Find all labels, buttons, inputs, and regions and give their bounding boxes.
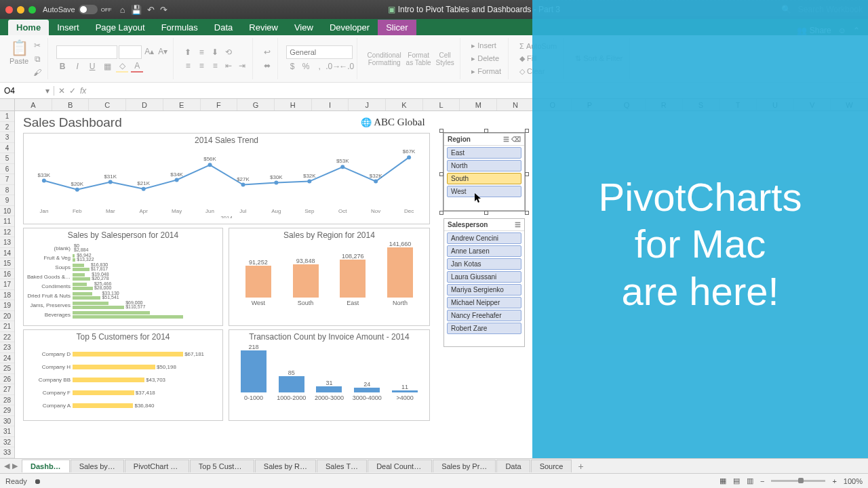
column-header[interactable]: L xyxy=(423,99,460,110)
slicer-item[interactable]: Michael Neipper xyxy=(447,297,521,308)
sheet-tab[interactable]: Sales by R… xyxy=(255,460,316,472)
comma-icon[interactable]: , xyxy=(313,60,326,73)
row-header[interactable]: 29 xyxy=(0,405,14,416)
slicer-item[interactable]: East xyxy=(447,147,521,159)
bold-icon[interactable]: B xyxy=(56,60,68,73)
column-header[interactable]: N xyxy=(497,99,534,110)
sheet-tab[interactable]: Sales by… xyxy=(71,460,124,472)
row-header[interactable]: 17 xyxy=(0,279,14,290)
row-header[interactable]: 6 xyxy=(0,164,14,175)
row-header[interactable]: 12 xyxy=(0,227,14,238)
row-header[interactable]: 33 xyxy=(0,447,14,458)
column-header[interactable]: D xyxy=(126,99,163,110)
row-header[interactable]: 8 xyxy=(0,185,14,196)
close-window-button[interactable] xyxy=(5,6,13,14)
prev-sheet-icon[interactable]: ◀ xyxy=(4,462,9,470)
row-header[interactable]: 20 xyxy=(0,311,14,322)
maximize-window-button[interactable] xyxy=(28,6,36,14)
accept-formula-icon[interactable]: ✓ xyxy=(69,86,76,96)
row-header[interactable]: 9 xyxy=(0,195,14,206)
wrap-text-icon[interactable]: ↩ xyxy=(261,46,273,58)
chart-transaction-count[interactable]: Transaction Count by Invoice Amount - 20… xyxy=(229,329,430,421)
column-header[interactable]: H xyxy=(275,99,312,110)
slicer-item[interactable]: Laura Giussani xyxy=(447,271,521,283)
multiselect-icon[interactable]: ☰ xyxy=(515,221,521,228)
undo-icon[interactable]: ↶ xyxy=(147,5,155,15)
increase-decimal-icon[interactable]: .0→ xyxy=(327,60,339,73)
column-header[interactable]: M xyxy=(460,99,497,110)
row-header[interactable]: 3 xyxy=(0,132,14,143)
slicer-item[interactable]: West xyxy=(447,186,521,197)
row-header[interactable]: 26 xyxy=(0,374,14,385)
delete-cells-button[interactable]: ▸ Delete xyxy=(469,53,504,64)
decrease-indent-icon[interactable]: ⇤ xyxy=(222,60,235,72)
cell-styles-button[interactable]: Cell Styles xyxy=(434,52,456,66)
chart-sales-by-region[interactable]: Sales by Region for 2014 91,252West93,84… xyxy=(229,228,430,326)
zoom-out-icon[interactable]: − xyxy=(760,477,764,485)
chart-sales-trend[interactable]: 2014 Sales Trend $33KJan$20KFeb$31KMar$2… xyxy=(23,133,430,224)
row-header[interactable]: 21 xyxy=(0,321,14,332)
align-top-icon[interactable]: ⬆ xyxy=(182,46,194,58)
sheet-tab[interactable]: Dashb… xyxy=(22,460,70,472)
decrease-decimal-icon[interactable]: ←.0 xyxy=(340,60,353,73)
sheet-tab[interactable]: Top 5 Custo… xyxy=(190,460,254,472)
row-header[interactable]: 27 xyxy=(0,384,14,395)
slicer-region[interactable]: Region ☰⌫ EastNorthSouthWest xyxy=(443,133,525,211)
conditional-formatting-button[interactable]: Conditional Formatting xyxy=(366,52,403,66)
zoom-level[interactable]: 100% xyxy=(844,477,863,485)
column-header[interactable]: F xyxy=(201,99,238,110)
slicer-item[interactable]: Anne Larsen xyxy=(447,245,521,257)
cancel-formula-icon[interactable]: ✕ xyxy=(58,86,65,96)
row-header[interactable]: 25 xyxy=(0,363,14,374)
home-icon[interactable]: ⌂ xyxy=(120,5,125,15)
row-header[interactable]: 18 xyxy=(0,290,14,301)
copy-icon[interactable]: ⧉ xyxy=(31,53,43,65)
column-header[interactable]: B xyxy=(52,99,90,110)
row-header[interactable]: 31 xyxy=(0,426,14,437)
slicer-item[interactable]: Andrew Cencini xyxy=(447,232,521,244)
save-icon[interactable]: 💾 xyxy=(131,5,142,15)
row-header[interactable]: 4 xyxy=(0,143,14,154)
increase-font-icon[interactable]: A▴ xyxy=(143,45,155,58)
format-painter-icon[interactable]: 🖌 xyxy=(31,66,43,79)
row-header[interactable]: 16 xyxy=(0,269,14,280)
percent-icon[interactable]: % xyxy=(300,60,312,73)
tab-home[interactable]: Home xyxy=(8,20,49,35)
tab-data[interactable]: Data xyxy=(206,20,241,35)
row-header[interactable]: 24 xyxy=(0,353,14,364)
slicer-item[interactable]: South xyxy=(447,173,521,184)
slicer-item[interactable]: Jan Kotas xyxy=(447,258,521,270)
orientation-icon[interactable]: ⟲ xyxy=(222,46,235,58)
next-sheet-icon[interactable]: ▶ xyxy=(12,462,18,470)
view-pagelayout-icon[interactable]: ▤ xyxy=(733,476,740,485)
column-header[interactable]: A xyxy=(15,99,52,110)
row-header[interactable]: 7 xyxy=(0,174,14,185)
row-header[interactable]: 1 xyxy=(0,111,14,122)
clear-filter-icon[interactable]: ⌫ xyxy=(511,136,521,143)
zoom-in-icon[interactable]: + xyxy=(832,477,836,485)
slicer-item[interactable]: Robert Zare xyxy=(447,323,521,334)
add-sheet-button[interactable]: + xyxy=(572,461,589,472)
tab-view[interactable]: View xyxy=(286,20,321,35)
slicer-item[interactable]: North xyxy=(447,160,521,171)
underline-icon[interactable]: U xyxy=(86,60,98,73)
sheet-tab[interactable]: PivotChart Ex… xyxy=(125,460,189,472)
slicer-item[interactable]: Mariya Sergienko xyxy=(447,284,521,296)
align-right-icon[interactable]: ≡ xyxy=(209,60,221,72)
row-header[interactable]: 11 xyxy=(0,216,14,227)
italic-icon[interactable]: I xyxy=(71,60,83,73)
font-name-input[interactable] xyxy=(56,45,117,59)
row-header[interactable]: 13 xyxy=(0,237,14,248)
chart-sales-by-salesperson[interactable]: Sales by Salesperson for 2014 (blank)$0$… xyxy=(23,228,223,326)
align-left-icon[interactable]: ≡ xyxy=(182,60,194,72)
tab-formulas[interactable]: Formulas xyxy=(153,20,206,35)
fx-icon[interactable]: fx xyxy=(80,86,86,96)
slicer-item[interactable]: Nancy Freehafer xyxy=(447,310,521,321)
align-center-icon[interactable]: ≡ xyxy=(195,60,208,72)
number-format-select[interactable]: General xyxy=(286,45,353,59)
autosave-toggle[interactable]: AutoSave OFF xyxy=(43,5,112,14)
decrease-font-icon[interactable]: A▾ xyxy=(157,45,169,58)
minimize-window-button[interactable] xyxy=(17,6,24,14)
sheet-tab[interactable]: Data xyxy=(496,460,530,472)
column-header[interactable]: G xyxy=(237,99,275,110)
